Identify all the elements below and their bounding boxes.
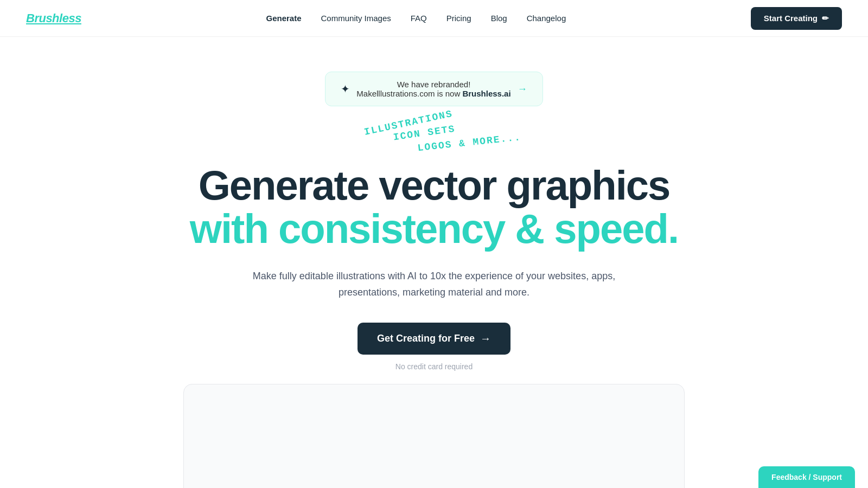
hero-headline: Generate vector graphics with consistenc… (190, 164, 678, 268)
start-creating-label: Start Creating (764, 14, 818, 23)
tags-svg: ILLUSTRATIONS ICON SETS LOGOS & MORE... (298, 106, 570, 155)
logo[interactable]: Brushless (26, 11, 81, 25)
announcement-line2-bold: Brushless.ai (462, 89, 510, 98)
get-creating-label: Get Creating for Free (377, 333, 475, 344)
start-creating-button[interactable]: Start Creating ✏ (751, 7, 842, 30)
main-content: ✦ We have rebranded! Makelllustrations.c… (0, 37, 868, 488)
nav-blog[interactable]: Blog (491, 14, 507, 23)
navbar: Brushless Generate Community Images FAQ … (0, 0, 868, 37)
cta-arrow-icon: → (480, 332, 491, 345)
announcement-line1: We have rebranded! (356, 80, 510, 89)
announcement-text: We have rebranded! Makelllustrations.com… (356, 80, 510, 98)
floating-tags: ILLUSTRATIONS ICON SETS LOGOS & MORE... (298, 106, 570, 157)
hero-subheadline: Make fully editable illustrations with A… (250, 268, 618, 301)
nav-faq[interactable]: FAQ (411, 14, 427, 23)
no-credit-card-text: No credit card required (395, 362, 473, 371)
announcement-arrow: → (518, 84, 527, 95)
feedback-label: Feedback / Support (771, 473, 842, 481)
logo-text: Brushless (26, 11, 81, 25)
hero-section: ✦ We have rebranded! Makelllustrations.c… (0, 37, 868, 488)
nav-changelog[interactable]: Changelog (527, 14, 566, 23)
demo-preview-area (183, 384, 685, 488)
announcement-line2-pre: Makelllustrations.com is now (356, 89, 462, 98)
get-creating-button[interactable]: Get Creating for Free → (358, 323, 510, 355)
nav-generate[interactable]: Generate (266, 14, 301, 23)
announcement-icon: ✦ (341, 82, 350, 95)
nav-pricing[interactable]: Pricing (446, 14, 471, 23)
headline-line1: Generate vector graphics (190, 164, 678, 207)
headline-line2: with consistency & speed. (190, 207, 678, 251)
announcement-banner[interactable]: ✦ We have rebranded! Makelllustrations.c… (325, 72, 542, 106)
nav-links: Generate Community Images FAQ Pricing Bl… (266, 14, 566, 23)
nav-community-images[interactable]: Community Images (321, 14, 391, 23)
pen-icon: ✏ (822, 14, 829, 23)
feedback-support-button[interactable]: Feedback / Support (758, 466, 855, 488)
announcement-line2: Makelllustrations.com is now Brushless.a… (356, 89, 510, 98)
